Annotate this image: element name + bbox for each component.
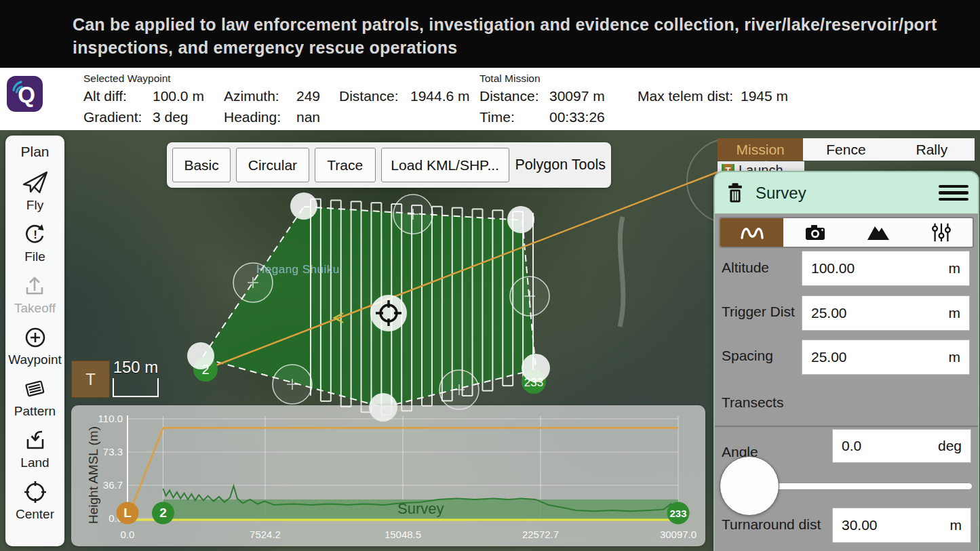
selected-waypoint-title: Selected Waypoint [83,73,171,85]
survey-panel-title: Survey [756,184,806,203]
trash-icon[interactable] [724,180,747,206]
mission-distance-value: 30097 m [549,88,605,104]
max-telem-label: Max telem dist: [638,88,733,104]
banner-text-line2: inspections, and emergency rescue operat… [73,38,947,58]
mission-time-value: 00:33:26 [549,109,605,125]
mission-time-label: Time: [479,109,515,125]
altitude-input[interactable]: 100.00 m [802,251,970,286]
polygon-tools-toolbar: Basic Circular Trace Load KML/SHP... Pol… [167,142,611,188]
transects-section-label: Transects [722,394,783,411]
map-center-crosshair [370,295,407,331]
heading-value: nan [296,109,320,125]
total-mission-title: Total Mission [479,73,541,85]
sidebar-item-fly[interactable]: Fly [21,169,50,213]
heading-label: Heading: [224,109,281,125]
mission-status-header: Q Selected Waypoint Total Mission Alt di… [0,68,980,131]
azimuth-label: Azimuth: [224,88,279,104]
add-waypoint-icon [22,325,48,350]
tab-terrain[interactable] [846,218,909,247]
circular-button[interactable]: Circular [236,148,309,182]
sync-alert-icon: ! [22,222,48,247]
map-road [620,217,623,327]
svg-text:110.0: 110.0 [98,413,123,424]
angle-slider-handle[interactable] [720,456,779,516]
map-scale-bracket [113,378,159,397]
tab-transects[interactable] [720,218,783,247]
mountain-icon [865,222,891,243]
takeoff-upload-icon [22,273,47,299]
survey-option-tabs [719,217,974,248]
trigger-dist-input[interactable]: 25.00 m [802,295,970,331]
sidebar-item-waypoint[interactable]: Waypoint [8,325,62,367]
trace-button[interactable]: Trace [315,148,376,182]
sidebar-item-land[interactable]: Land [20,428,49,470]
svg-text:7524.2: 7524.2 [250,529,281,540]
section-divider [715,426,978,427]
survey-panel-header: Survey [715,172,978,213]
max-telem-value: 1945 m [741,88,788,104]
camera-icon [803,222,827,243]
tab-advanced[interactable] [909,218,973,247]
svg-text:36.7: 36.7 [103,479,123,491]
transect-wave-icon [739,222,765,243]
plan-toolstrip: Plan Fly ! File Takeoff [5,136,64,546]
wp-distance-value: 1944.6 m [410,88,470,104]
gradient-value: 3 deg [153,109,189,125]
hamburger-menu-icon[interactable] [939,185,968,201]
pattern-stack-icon [21,376,48,402]
land-icon [22,428,48,453]
svg-text:15048.5: 15048.5 [385,529,421,540]
azimuth-value: 249 [296,88,320,104]
svg-text:!: ! [33,228,37,241]
sidebar-item-center[interactable]: Center [16,479,54,522]
spacing-input[interactable]: 25.00 m [802,340,970,375]
app-logo[interactable]: Q [7,76,43,115]
svg-text:2: 2 [159,506,167,520]
paper-plane-icon [21,169,50,196]
banner-text-line1: Can be applied to law enforcement patrol… [73,15,947,35]
survey-editor-panel: Survey [713,171,979,551]
svg-text:0.0: 0.0 [121,529,135,540]
turnaround-dist-label: Turnaround dist [722,516,821,533]
sidebar-item-pattern[interactable]: Pattern [14,376,56,419]
tab-mission[interactable]: Mission [718,138,803,161]
center-crosshair-icon [22,479,48,505]
spacing-label: Spacing [722,348,773,364]
promo-banner: Can be applied to law enforcement patrol… [0,0,980,68]
polygon-tools-label: Polygon Tools [515,157,606,174]
svg-text:233: 233 [669,508,686,519]
sliders-icon [929,222,954,243]
svg-text:Q: Q [18,82,35,107]
sidebar-item-file[interactable]: ! File [22,222,48,264]
tab-camera[interactable] [783,218,846,247]
plan-tab-bar: Mission Fence Rally [718,138,975,161]
basic-button[interactable]: Basic [172,148,231,182]
svg-text:22572.7: 22572.7 [522,529,559,540]
qgroundcontrol-plan-screen: Can be applied to law enforcement patrol… [0,0,980,551]
alt-diff-label: Alt diff: [83,88,127,104]
altitude-label: Altitude [722,260,769,276]
tab-rally[interactable]: Rally [889,138,975,161]
map-place-label: Hegang Shuiku [256,263,340,277]
terrain-toggle-button[interactable]: T [71,361,110,398]
wp-distance-label: Distance: [339,88,399,104]
sidebar-item-takeoff[interactable]: Takeoff [14,273,56,316]
svg-text:30097.0: 30097.0 [660,529,697,540]
load-kml-shp-button[interactable]: Load KML/SHP... [381,148,509,182]
toolstrip-title: Plan [20,144,49,160]
tab-fence[interactable]: Fence [803,138,888,161]
svg-text:73.3: 73.3 [103,446,123,457]
map-scale-label: 150 m [109,358,163,377]
turnaround-dist-input[interactable]: 30.00 m [832,508,971,543]
trigger-dist-label: Trigger Dist [722,304,795,320]
gradient-label: Gradient: [83,109,142,125]
altitude-profile-chart: Height AMSL (m) Survey0.036.773.3110.00.… [71,405,705,546]
svg-text:L: L [123,506,132,520]
alt-diff-value: 100.0 m [153,88,204,104]
angle-input[interactable]: 0.0 deg [832,429,971,463]
mission-distance-label: Distance: [479,88,539,104]
